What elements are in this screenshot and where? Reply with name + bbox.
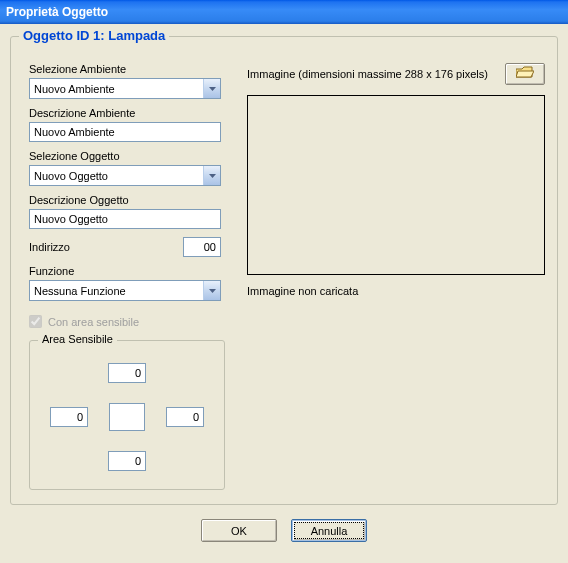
svg-marker-2 bbox=[209, 289, 216, 293]
area-color-swatch[interactable] bbox=[109, 403, 145, 431]
object-groupbox: Oggetto ID 1: Lampada Selezione Ambiente… bbox=[10, 36, 558, 505]
chevron-down-icon[interactable] bbox=[203, 166, 220, 185]
checkbox-area-sensibile-label: Con area sensibile bbox=[48, 316, 139, 328]
label-selezione-ambiente: Selezione Ambiente bbox=[29, 63, 225, 75]
combo-selezione-ambiente-input[interactable] bbox=[30, 79, 203, 98]
window-title: Proprietà Oggetto bbox=[6, 5, 108, 19]
label-selezione-oggetto: Selezione Oggetto bbox=[29, 150, 225, 162]
label-descrizione-ambiente: Descrizione Ambiente bbox=[29, 107, 225, 119]
open-image-button[interactable] bbox=[505, 63, 545, 85]
left-column: Selezione Ambiente Descrizione Ambiente … bbox=[29, 55, 225, 490]
input-descrizione-ambiente[interactable] bbox=[29, 122, 221, 142]
combo-funzione[interactable] bbox=[29, 280, 221, 301]
title-bar: Proprietà Oggetto bbox=[0, 0, 568, 24]
label-indirizzo: Indirizzo bbox=[29, 241, 70, 253]
cancel-button[interactable]: Annulla bbox=[291, 519, 367, 542]
input-indirizzo[interactable] bbox=[183, 237, 221, 257]
combo-selezione-oggetto[interactable] bbox=[29, 165, 221, 186]
ok-button[interactable]: OK bbox=[201, 519, 277, 542]
area-bottom-input[interactable] bbox=[108, 451, 146, 471]
image-status: Immagine non caricata bbox=[247, 285, 545, 297]
combo-selezione-oggetto-input[interactable] bbox=[30, 166, 203, 185]
label-funzione: Funzione bbox=[29, 265, 225, 277]
checkbox-area-sensibile bbox=[29, 315, 42, 328]
area-top-input[interactable] bbox=[108, 363, 146, 383]
combo-selezione-ambiente[interactable] bbox=[29, 78, 221, 99]
folder-open-icon bbox=[516, 66, 534, 82]
checkbox-area-sensibile-row: Con area sensibile bbox=[29, 315, 225, 328]
area-sensibile-group: Area Sensibile bbox=[29, 340, 225, 490]
svg-marker-0 bbox=[209, 87, 216, 91]
chevron-down-icon[interactable] bbox=[203, 281, 220, 300]
label-descrizione-oggetto: Descrizione Oggetto bbox=[29, 194, 225, 206]
label-immagine: Immagine (dimensioni massime 288 x 176 p… bbox=[247, 68, 488, 80]
chevron-down-icon[interactable] bbox=[203, 79, 220, 98]
combo-funzione-input[interactable] bbox=[30, 281, 203, 300]
dialog-buttons: OK Annulla bbox=[10, 519, 558, 542]
group-title: Oggetto ID 1: Lampada bbox=[19, 28, 169, 43]
svg-marker-1 bbox=[209, 174, 216, 178]
input-descrizione-oggetto[interactable] bbox=[29, 209, 221, 229]
area-left-input[interactable] bbox=[50, 407, 88, 427]
area-sensibile-title: Area Sensibile bbox=[38, 333, 117, 345]
image-preview bbox=[247, 95, 545, 275]
right-column: Immagine (dimensioni massime 288 x 176 p… bbox=[247, 55, 545, 490]
client-area: Oggetto ID 1: Lampada Selezione Ambiente… bbox=[0, 24, 568, 552]
svg-marker-4 bbox=[516, 71, 534, 77]
area-right-input[interactable] bbox=[166, 407, 204, 427]
